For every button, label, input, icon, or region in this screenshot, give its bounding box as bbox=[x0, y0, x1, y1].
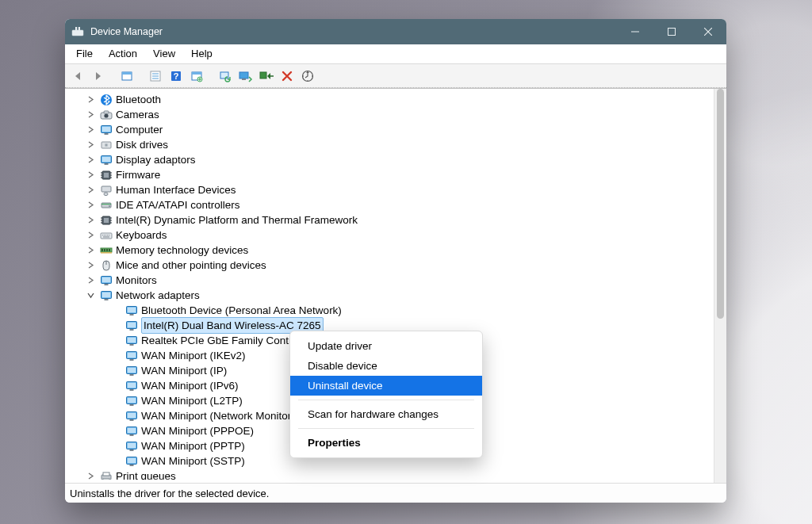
context-menu[interactable]: Update driverDisable deviceUninstall dev… bbox=[289, 331, 483, 458]
svg-rect-4 bbox=[668, 29, 676, 36]
toolbar-enable-device-button[interactable] bbox=[236, 67, 255, 86]
context-menu-item[interactable]: Disable device bbox=[290, 356, 482, 376]
toolbar: ? bbox=[65, 64, 726, 88]
expand-icon[interactable] bbox=[87, 216, 98, 224]
svg-rect-94 bbox=[128, 382, 136, 388]
expand-icon[interactable] bbox=[87, 231, 98, 239]
expand-icon[interactable] bbox=[87, 186, 98, 193]
svg-rect-91 bbox=[128, 367, 136, 373]
tree-category[interactable]: Memory technology devices bbox=[65, 243, 714, 258]
menu-help[interactable]: Help bbox=[183, 45, 220, 62]
svg-rect-1 bbox=[75, 27, 77, 30]
tree-device[interactable]: Bluetooth Device (Personal Area Network) bbox=[65, 303, 714, 318]
collapse-icon[interactable] bbox=[87, 292, 98, 299]
expand-icon[interactable] bbox=[87, 277, 98, 284]
monitor-icon bbox=[125, 395, 138, 407]
maximize-button[interactable] bbox=[653, 19, 690, 44]
context-menu-item[interactable]: Scan for hardware changes bbox=[290, 404, 482, 424]
expand-icon[interactable] bbox=[87, 171, 98, 178]
close-button[interactable] bbox=[690, 19, 726, 44]
svg-rect-19 bbox=[239, 72, 248, 78]
minimize-button[interactable] bbox=[617, 19, 653, 44]
toolbar-properties-button[interactable] bbox=[146, 67, 165, 86]
camera-icon bbox=[100, 109, 113, 121]
tree-category[interactable]: Computer bbox=[65, 122, 714, 137]
toolbar-uninstall-device-button[interactable] bbox=[278, 67, 297, 86]
svg-rect-103 bbox=[128, 427, 136, 433]
toolbar-disable-device-button[interactable] bbox=[257, 67, 276, 86]
svg-rect-85 bbox=[128, 337, 136, 342]
memory-icon bbox=[100, 244, 113, 257]
expand-icon[interactable] bbox=[87, 472, 98, 480]
tree-category[interactable]: Mice and other pointing devices bbox=[65, 258, 714, 273]
toolbar-scan-button[interactable] bbox=[187, 67, 206, 86]
context-menu-item[interactable]: Properties bbox=[290, 433, 482, 453]
svg-rect-92 bbox=[130, 374, 134, 376]
tree-category[interactable]: Bluetooth bbox=[65, 92, 714, 107]
tree-node-label: Disk drives bbox=[116, 137, 168, 152]
svg-rect-20 bbox=[242, 78, 246, 80]
properties-icon bbox=[149, 70, 162, 82]
svg-rect-80 bbox=[130, 314, 134, 316]
tree-node-label: Cameras bbox=[116, 107, 159, 122]
svg-rect-47 bbox=[102, 204, 111, 205]
svg-rect-60 bbox=[105, 235, 106, 235]
titlebar[interactable]: Device Manager bbox=[65, 19, 726, 44]
menu-bar: File Action View Help bbox=[65, 44, 726, 64]
toolbar-show-hidden-button[interactable] bbox=[117, 67, 136, 86]
expand-icon[interactable] bbox=[87, 247, 98, 254]
menu-file-label: File bbox=[76, 48, 93, 59]
toolbar-back-button[interactable] bbox=[68, 67, 87, 86]
toolbar-help-button[interactable]: ? bbox=[167, 67, 186, 86]
toolbar-update-driver-button[interactable] bbox=[216, 67, 235, 86]
expand-icon[interactable] bbox=[87, 111, 98, 118]
svg-rect-50 bbox=[104, 218, 109, 223]
svg-point-32 bbox=[105, 144, 106, 145]
tree-category[interactable]: Network adapters bbox=[65, 288, 714, 303]
tree-category[interactable]: IDE ATA/ATAPI controllers bbox=[65, 197, 714, 212]
expand-icon[interactable] bbox=[87, 96, 98, 103]
tree-node-label: WAN Miniport (PPPOE) bbox=[141, 423, 254, 438]
expand-icon[interactable] bbox=[87, 262, 98, 269]
desktop-background: Device Manager File Action View Help bbox=[0, 0, 812, 524]
context-menu-item[interactable]: Uninstall device bbox=[290, 376, 482, 396]
window-title: Device Manager bbox=[90, 26, 163, 37]
toolbar-scan-hardware-button[interactable] bbox=[298, 67, 317, 86]
tree-category[interactable]: Monitors bbox=[65, 273, 714, 288]
expand-icon[interactable] bbox=[87, 126, 98, 133]
menu-view[interactable]: View bbox=[145, 45, 183, 62]
tree-node-label: WAN Miniport (IKEv2) bbox=[141, 348, 246, 363]
svg-rect-95 bbox=[130, 389, 134, 391]
tree-category[interactable]: Cameras bbox=[65, 107, 714, 122]
tree-category[interactable]: Display adaptors bbox=[65, 152, 714, 167]
tree-category[interactable]: Human Interface Devices bbox=[65, 182, 714, 197]
expand-icon[interactable] bbox=[87, 201, 98, 208]
svg-rect-104 bbox=[130, 434, 134, 436]
svg-rect-86 bbox=[130, 344, 134, 346]
vertical-scrollbar[interactable] bbox=[714, 89, 726, 483]
expand-icon[interactable] bbox=[87, 141, 98, 148]
svg-rect-98 bbox=[130, 404, 134, 406]
toolbar-forward-button[interactable] bbox=[89, 67, 108, 86]
expand-icon[interactable] bbox=[87, 156, 98, 163]
menu-file[interactable]: File bbox=[68, 45, 101, 62]
status-text: Uninstalls the driver for the selected d… bbox=[70, 488, 269, 499]
context-menu-item[interactable]: Update driver bbox=[290, 336, 482, 356]
printer-icon bbox=[100, 470, 113, 480]
tree-category[interactable]: Firmware bbox=[65, 167, 714, 182]
window-icon bbox=[121, 70, 133, 82]
tree-category[interactable]: Disk drives bbox=[65, 137, 714, 152]
tree-category[interactable]: Print queues bbox=[65, 469, 714, 480]
svg-rect-8 bbox=[122, 72, 132, 75]
svg-rect-67 bbox=[106, 249, 108, 251]
arrow-left-icon bbox=[71, 70, 84, 82]
menu-action[interactable]: Action bbox=[101, 45, 145, 62]
tree-category[interactable]: Keyboards bbox=[65, 228, 714, 243]
tree-category[interactable]: Intel(R) Dynamic Platform and Thermal Fr… bbox=[65, 212, 714, 228]
svg-rect-45 bbox=[104, 193, 108, 196]
tree-node-label: Memory technology devices bbox=[116, 243, 248, 258]
arrow-right-icon bbox=[92, 70, 105, 82]
svg-rect-66 bbox=[104, 249, 105, 251]
svg-rect-76 bbox=[102, 292, 111, 297]
scrollbar-thumb[interactable] bbox=[717, 89, 724, 319]
